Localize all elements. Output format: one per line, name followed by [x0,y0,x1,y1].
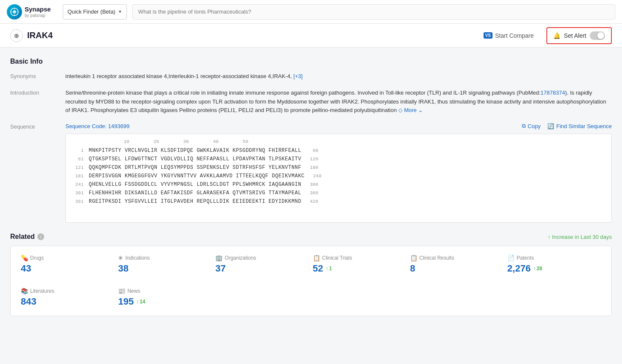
start-compare-label: Start Compare [495,32,534,39]
related-item-label: Clinical Results [419,255,454,261]
sequence-line: 1 MNKPITPSTY VRCLNVGLIR KLSDFIDPQE GWKKL… [73,148,605,154]
sequence-header: Sequence Code: 1493699 ⧉ Copy 🔄 Find Sim… [65,123,612,129]
ruler-10: 10 [112,139,141,144]
related-item[interactable]: 📋 Clinical Results 8 [410,255,504,274]
related-item-count: 37 [215,263,309,274]
related-item-count: 43 [21,263,115,274]
related-item-count: 2,276 ↑28 [507,263,601,274]
pubmed-link[interactable]: 17878374 [540,90,565,96]
count-value: 52 [313,263,323,274]
related-item-header: 📋 Clinical Trials [313,255,407,261]
related-item[interactable]: 🏢 Organizations 37 [215,255,309,274]
related-item-header: ✳ Indications [118,255,212,261]
count-value: 195 [118,296,134,307]
related-title: Related [10,233,35,241]
ruler-20: 20 [141,139,171,144]
related-item-icon: 📋 [410,255,417,261]
synonyms-text: interleukin 1 receptor associated kinase… [65,73,292,79]
related-item-label: Indications [125,255,149,261]
brand-sub: by patsnap [25,13,51,18]
seq-start-num: 301 [73,190,89,196]
sequence-row: Sequence Sequence Code: 1493699 ⧉ Copy 🔄… [10,123,612,223]
related-item-header: 💊 Drugs [21,255,115,261]
sequence-actions: ⧉ Copy 🔄 Find Similar Sequence [522,123,612,129]
sequence-lines: 1 MNKPITPSTY VRCLNVGLIR KLSDFIDPQE GWKKL… [73,148,605,204]
seq-data: QHENLVELLG FSSDGDDLCL VYVYMPNGSL LDRLSCL… [89,182,301,188]
related-item-icon: 📰 [118,288,125,294]
start-compare-button[interactable]: VS Start Compare [478,29,540,42]
search-input[interactable] [132,4,615,20]
up-arrow-icon: ↑ [136,299,139,305]
seq-data: QQKQMPFCDK DRTLMTPVQN LEQSYMPPDS SSPENKS… [89,165,301,171]
sequence-code-link[interactable]: Sequence Code: 1493699 [65,123,129,129]
seq-start-num: 241 [73,182,89,187]
logo-area: Synapse by patsnap [7,4,58,20]
sub-header-right: VS Start Compare 🔔 Set Alert [478,27,612,44]
sequence-line: 241 QHENLVELLG FSSDGDDLCL VYVYMPNGSL LDR… [73,182,605,188]
related-item[interactable]: 📋 Clinical Trials 52 ↑1 [313,255,407,274]
count-value: 37 [215,263,225,274]
related-item-label: Patents [517,255,534,261]
target-title: IRAK4 [27,31,53,40]
sequence-line: 301 FLHENHHIHR DIKSANILLD EAFTAKISDF GLA… [73,190,605,196]
copy-button[interactable]: ⧉ Copy [522,123,540,129]
seq-end-num: 360 [301,190,318,196]
related-item-header: 📄 Patents [507,255,601,261]
alert-toggle[interactable] [590,31,605,40]
intro-text-before: Serine/threonine-protein kinase that pla… [65,90,540,96]
synonyms-value: interleukin 1 receptor associated kinase… [65,72,612,81]
seq-start-num: 1 [73,148,89,153]
related-title-area: Related i [10,233,44,241]
sequence-ruler: 10 20 30 40 50 [73,139,605,144]
seq-data: QTGKSPTSEL LFDWGTTNCT VGDLVDLLIQ NEFFAPA… [89,156,301,162]
app-logo [7,4,22,20]
related-item-header: 📚 Literatures [21,288,115,294]
set-alert-label: Set Alert [564,32,586,39]
related-item[interactable]: 📚 Literatures 843 [21,288,115,307]
synonyms-more-link[interactable]: [+3] [293,73,303,79]
find-similar-label: Find Similar Sequence [556,123,612,129]
sequence-box[interactable]: 10 20 30 40 50 1 MNKPITPSTY VRCLNVGLIR K… [65,134,612,223]
ruler-50: 50 [231,139,260,144]
related-item[interactable]: 💊 Drugs 43 [21,255,115,274]
seq-end-num: 300 [301,182,318,187]
intro-more-link[interactable]: ◇ More ⌄ [398,107,423,113]
copy-label: Copy [528,123,540,129]
seq-start-num: 361 [73,199,89,204]
svg-point-1 [13,10,16,14]
sequence-label: Sequence [10,123,65,223]
related-item-label: News [127,288,140,294]
set-alert-button[interactable]: 🔔 Set Alert [546,27,612,44]
related-item[interactable]: ✳ Indications 38 [118,255,212,274]
related-box: 💊 Drugs 43 ✳ Indications 38 🏢 Organizati… [10,246,612,316]
up-arrow-icon: ↑ [326,266,328,272]
introduction-value: Serine/threonine-protein kinase that pla… [65,89,612,115]
related-item[interactable]: 📄 Patents 2,276 ↑28 [507,255,601,274]
find-similar-icon: 🔄 [547,123,554,129]
related-grid-row2: 📚 Literatures 843 📰 News 195 ↑14 [21,288,601,307]
related-item-count: 38 [118,263,212,274]
copy-icon: ⧉ [522,123,526,129]
seq-start-num: 121 [73,165,89,170]
related-item-header: 📋 Clinical Results [410,255,504,261]
count-badge: ↑28 [533,266,542,272]
count-value: 43 [21,263,31,274]
seq-end-num: 180 [301,165,318,170]
related-item-header: 🏢 Organizations [215,255,309,261]
related-item-label: Literatures [30,288,54,294]
count-value: 38 [118,263,128,274]
related-header: Related i ↑ Increase in Last 30 days [10,233,612,241]
vs-badge: VS [484,32,493,39]
seq-data: RGEITPKSDI YSFGVVLLEI ITGLPAVDEH REPQLLL… [89,199,301,204]
quick-finder-dropdown[interactable]: Quick Finder (Beta) ▼ [63,4,127,20]
related-item-count: 843 [21,296,115,307]
sequence-line: 181 DERPISVGGN KMGEGGFGVV YKGYVNNTTVV AV… [73,173,605,179]
related-info-icon[interactable]: i [37,233,44,240]
find-similar-button[interactable]: 🔄 Find Similar Sequence [547,123,612,129]
brand-name: Synapse [25,6,51,13]
chevron-down-icon: ▼ [118,9,122,14]
introduction-label: Introduction [10,89,65,115]
related-item[interactable]: 📰 News 195 ↑14 [118,288,212,307]
related-grid-row1: 💊 Drugs 43 ✳ Indications 38 🏢 Organizati… [21,255,601,274]
sub-header: ⊕ IRAK4 VS Start Compare 🔔 Set Alert [0,24,622,48]
